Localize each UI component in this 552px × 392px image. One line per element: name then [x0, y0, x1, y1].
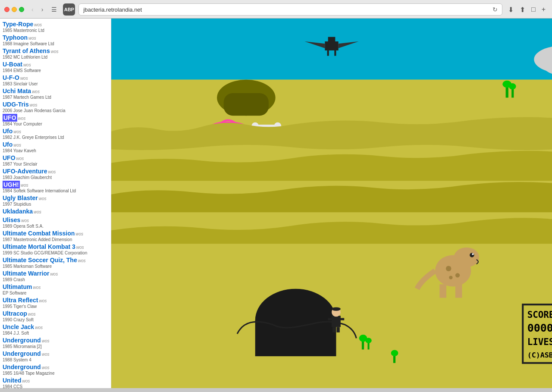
forward-button[interactable]: ›: [39, 5, 46, 14]
wos-badge: wos: [50, 272, 58, 276]
game-title-link[interactable]: U-Boat: [3, 61, 22, 68]
list-item: Ugly Blasterwos1997 Stupidius: [3, 194, 108, 207]
svg-rect-24: [332, 316, 341, 327]
back-button[interactable]: ‹: [29, 5, 36, 14]
svg-point-55: [391, 350, 398, 356]
list-item: UGH!wos1984 Softek Software Internationa…: [3, 181, 108, 193]
list-item: UDG-Triswos2006 Jose Juan Rodenas Garcia: [3, 100, 108, 113]
download-button[interactable]: ⬇: [506, 5, 516, 15]
wos-badge: wos: [28, 312, 36, 317]
game-title-link[interactable]: Ultimatum: [3, 283, 32, 290]
game-title-link[interactable]: Type-Rope: [3, 21, 33, 28]
wos-badge: wos: [33, 285, 41, 290]
reload-button[interactable]: ↻: [492, 6, 498, 13]
adblock-button[interactable]: ABP: [63, 3, 75, 16]
list-item: Uchi Matawos1987 Martech Games Ltd: [3, 87, 108, 100]
game-title-link[interactable]: Ultra Reflect: [3, 297, 38, 304]
svg-text:LIVES  II: LIVES II: [527, 337, 552, 347]
sidebar-toggle-button[interactable]: □: [529, 5, 538, 14]
url-bar[interactable]: jbacteria.retrolandia.net ↻: [78, 3, 502, 16]
wos-badge: wos: [13, 129, 21, 134]
wos-badge: wos: [75, 232, 83, 236]
game-title-link[interactable]: Ugly Blaster: [3, 194, 38, 201]
list-item: Ultimate Warriorwos1989 Crash: [3, 270, 108, 282]
game-title-link[interactable]: UFO-Adventure: [3, 168, 47, 175]
game-title-link[interactable]: Ultracop: [3, 310, 27, 317]
wos-badge: wos: [30, 103, 38, 107]
game-meta: 1989 Crash: [3, 277, 108, 282]
svg-point-33: [470, 253, 474, 257]
game-meta: 1997 Stupidius: [3, 202, 108, 207]
wos-badge: wos: [51, 49, 59, 54]
svg-rect-13: [224, 93, 269, 116]
game-meta: 1990 Crazy Soft: [3, 317, 108, 322]
game-title-link[interactable]: Uncle Jack: [3, 323, 34, 330]
game-title-link[interactable]: Tyrant of Athens: [3, 47, 50, 54]
svg-point-26: [332, 307, 341, 310]
game-title-link[interactable]: Underground: [3, 364, 41, 370]
minimize-button[interactable]: [12, 7, 17, 12]
wos-badge: wos: [20, 76, 28, 81]
content-area: Type-Ropewos1985 Mastertronic LtdTyphoon…: [0, 19, 552, 388]
game-meta: 1999 SC Studio GCG/REMADE Corporation: [3, 251, 108, 255]
game-title-link[interactable]: U-F-O: [3, 74, 19, 81]
game-meta: 1984 CCS: [3, 384, 108, 388]
wos-badge: wos: [42, 365, 50, 370]
svg-rect-10: [334, 50, 336, 56]
game-meta: 1984 EMS Software: [3, 68, 108, 73]
svg-rect-23: [255, 320, 336, 356]
game-title-link[interactable]: Ultimate Mortal Kombat 3: [3, 243, 75, 250]
list-item: Undergroundwos1985 16/48 Tape Magazine: [3, 363, 108, 376]
game-title-link[interactable]: Typhoon: [3, 34, 28, 41]
game-title-link[interactable]: UFO: [3, 114, 17, 122]
list-item: UFOwos1987 Your Sinclair: [3, 154, 108, 166]
wos-badge: wos: [18, 116, 26, 121]
game-canvas: REX SCORE ···· 0000300 LIVES II (C)ASB 1…: [111, 19, 552, 388]
game-meta: 1987 Martech Games Ltd: [3, 95, 108, 100]
list-item: Unitedwos1984 CCS: [3, 376, 108, 388]
game-screenshot-area: REX SCORE ···· 0000300 LIVES II (C)ASB 1…: [111, 19, 552, 388]
game-meta: 1983 Sinclair User: [3, 82, 108, 86]
list-item: U-Boatwos1984 EMS Software: [3, 60, 108, 73]
game-title-link[interactable]: United: [3, 377, 22, 384]
list-item: Ultracopwos1990 Crazy Soft: [3, 310, 108, 322]
game-title-link[interactable]: Ultimate Combat Mission: [3, 230, 75, 237]
list-item: Uncle Jackwos1984 J.J. Soft: [3, 323, 108, 336]
wos-badge: wos: [21, 183, 28, 188]
game-meta: 1985 Marksman Software: [3, 264, 108, 269]
list-item: Type-Ropewos1985 Mastertronic Ltd: [3, 20, 108, 33]
game-title-link[interactable]: Ukladanka: [3, 208, 33, 215]
svg-text:0000300: 0000300: [527, 322, 552, 334]
game-meta: 1995 Tiger's Claw: [3, 304, 108, 309]
svg-point-36: [455, 273, 460, 277]
svg-point-35: [446, 266, 452, 271]
list-item: Tyrant of Athenswos1982 MC Lothlorien Lt…: [3, 47, 108, 60]
game-list-sidebar[interactable]: Type-Ropewos1985 Mastertronic LtdTyphoon…: [0, 19, 111, 388]
game-title-link[interactable]: Ultimate Soccer Quiz, The: [3, 257, 77, 263]
share-button[interactable]: ⬆: [518, 5, 527, 15]
close-button[interactable]: [4, 7, 9, 12]
new-tab-button[interactable]: +: [539, 5, 548, 14]
game-title-link[interactable]: Ulises: [3, 216, 20, 223]
game-title-link[interactable]: Ufo: [3, 128, 13, 135]
list-item: UltimatumwosEP Software: [3, 283, 108, 295]
game-title-link[interactable]: UFO: [3, 154, 16, 161]
reading-list-button[interactable]: ☰: [49, 5, 60, 14]
game-title-link[interactable]: Ultimate Warrior: [3, 270, 49, 277]
game-title-link[interactable]: Underground: [3, 350, 41, 357]
game-meta: 1984 Softek Software International Ltd: [3, 188, 108, 193]
svg-rect-11: [328, 37, 336, 43]
game-title-link[interactable]: Ufo: [3, 141, 13, 148]
list-item: UFO-Adventurewos1983 Joachim Glaubercht: [3, 167, 108, 180]
fullscreen-button[interactable]: [19, 7, 24, 12]
game-meta: 1989 Opera Soft S.A.: [3, 224, 108, 229]
svg-point-53: [365, 338, 372, 343]
wos-badge: wos: [34, 210, 41, 214]
game-title-link[interactable]: Underground: [3, 337, 41, 344]
svg-text:(C)ASB 1984: (C)ASB 1984: [527, 351, 552, 359]
game-title-link[interactable]: UGH!: [3, 181, 20, 188]
game-title-link[interactable]: Uchi Mata: [3, 88, 31, 94]
game-title-link[interactable]: UDG-Tris: [3, 101, 29, 108]
list-item: U-F-Owos1983 Sinclair User: [3, 74, 108, 86]
wos-badge: wos: [34, 22, 42, 27]
